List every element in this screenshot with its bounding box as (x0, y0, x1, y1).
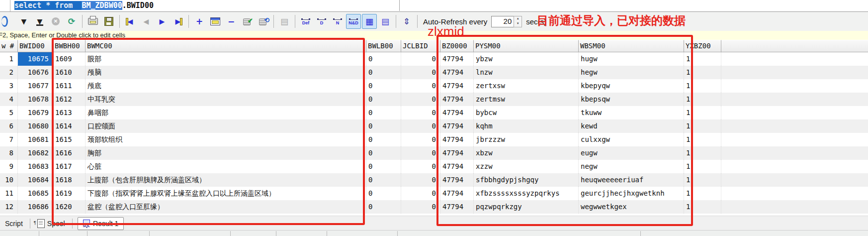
cell[interactable]: 47794 (440, 106, 474, 119)
cell[interactable]: 10 (0, 173, 18, 187)
insert-record-icon[interactable]: + (192, 14, 207, 29)
cell[interactable]: geurcjjhecjhxgwetknh (579, 187, 684, 200)
cell[interactable]: 1610 (53, 66, 86, 79)
column-header-bwmc00[interactable]: BWMC00 (86, 40, 366, 52)
cell[interactable]: kbepyqw (579, 79, 684, 93)
cell[interactable]: 47794 (440, 200, 474, 214)
row-height-button[interactable]: ⇕ (399, 14, 414, 29)
cell[interactable]: 47794 (440, 187, 474, 200)
cell[interactable]: 1620 (53, 200, 86, 214)
revert-changes-icon[interactable] (256, 14, 270, 29)
cell[interactable]: 5 (0, 106, 18, 119)
cell[interactable]: 10675 (18, 52, 53, 66)
cell[interactable]: 11 (0, 187, 18, 200)
cell[interactable]: 1 (684, 66, 721, 79)
print-icon[interactable] (86, 14, 100, 29)
cell[interactable]: 3 (0, 79, 18, 93)
cell[interactable]: 47794 (440, 160, 474, 173)
cell[interactable]: 1 (684, 187, 721, 200)
cell[interactable]: zertmsw (474, 93, 579, 106)
cell[interactable]: 47794 (440, 173, 474, 187)
cell[interactable]: pqzwpqrkzgy (474, 200, 579, 214)
cell[interactable]: 1612 (53, 93, 86, 106)
grid-view-button[interactable]: ▦ (362, 14, 377, 29)
last-record-icon[interactable]: ▶ (171, 14, 185, 29)
cell[interactable]: xfbzssssxsssyzpqrkys (474, 187, 579, 200)
cell[interactable]: ybzw (474, 52, 579, 66)
cell[interactable]: 8 (0, 146, 18, 160)
cell[interactable]: 0 (401, 173, 440, 187)
cell[interactable]: 中耳乳突 (86, 93, 366, 106)
cell[interactable]: 47794 (440, 52, 474, 66)
cell[interactable]: 0 (401, 187, 440, 200)
delete-record-icon[interactable]: − (224, 14, 239, 29)
cell[interactable]: 1 (684, 52, 721, 66)
post-changes-icon[interactable] (240, 14, 255, 29)
cell[interactable]: culxxgw (579, 133, 684, 146)
cell[interactable]: 0 (366, 133, 401, 146)
cell[interactable]: 颅脑 (86, 66, 366, 79)
cell[interactable]: 10681 (18, 133, 53, 146)
save-icon[interactable] (101, 14, 116, 29)
tab-spool[interactable]: Spool (32, 218, 70, 230)
cell[interactable]: 0 (401, 79, 440, 93)
cell[interactable]: 7 (0, 133, 18, 146)
cell[interactable]: jbrzzzw (474, 133, 579, 146)
cell[interactable]: 47794 (440, 93, 474, 106)
cell[interactable]: 1 (684, 133, 721, 146)
sort-descending-icon[interactable]: ▼ (16, 14, 31, 29)
cell[interactable]: 0 (366, 93, 401, 106)
tab-script[interactable]: Script (0, 218, 28, 230)
cell[interactable]: zertxsw (474, 79, 579, 93)
cell[interactable]: tkuww (579, 106, 684, 119)
cell[interactable]: negw (579, 160, 684, 173)
first-record-icon[interactable]: ◀ (123, 14, 138, 29)
cell[interactable]: 0 (366, 106, 401, 119)
cell[interactable]: 10685 (18, 187, 53, 200)
cell[interactable]: 1 (684, 200, 721, 214)
number-order-button[interactable]: N (330, 14, 345, 29)
cell[interactable]: 0 (401, 146, 440, 160)
cell[interactable]: 0 (366, 187, 401, 200)
partial-clipped-icon[interactable] (0, 14, 15, 29)
column-header-pysm00[interactable]: PYSM00 (474, 40, 579, 52)
cell[interactable]: sfbbhgdypjshgqy (474, 173, 579, 187)
cell[interactable]: 1617 (53, 160, 86, 173)
cell[interactable]: 0 (366, 160, 401, 173)
column-header-bz0000[interactable]: BZ0000 (440, 40, 474, 52)
cell[interactable]: 1 (684, 146, 721, 160)
cell[interactable]: xzzw (474, 160, 579, 173)
cell[interactable]: bybcw (474, 106, 579, 119)
cell[interactable]: 盆腔（盆腔入口至肛缘） (86, 200, 366, 214)
default-order-button[interactable]: Def (298, 14, 313, 29)
cell[interactable]: 颈部软组织 (86, 133, 366, 146)
cell[interactable]: 1615 (53, 133, 86, 146)
cell[interactable]: 0 (366, 200, 401, 214)
cell[interactable]: 1609 (53, 52, 86, 66)
cell[interactable]: 0 (401, 119, 440, 133)
cell[interactable]: 10682 (18, 146, 53, 160)
spinner-down-icon[interactable]: ▼ (514, 21, 521, 27)
cell[interactable]: 10676 (18, 66, 53, 79)
column-header-yxbz00[interactable]: YXBZ00 (684, 40, 721, 52)
cell[interactable]: 1 (684, 79, 721, 93)
cell[interactable]: lnzw (474, 66, 579, 79)
cell[interactable]: 10686 (18, 200, 53, 214)
tab-result-1[interactable]: SQLResult 1 (78, 217, 124, 230)
cell[interactable]: 0 (366, 79, 401, 93)
cell[interactable]: xbzw (474, 146, 579, 160)
cell[interactable]: hugw (579, 52, 684, 66)
cell[interactable]: 下腹部（指双肾肾上腺双肾上缘至盆腔入口以上所涵盖区域） (86, 187, 366, 200)
fetch-last-page-icon[interactable]: ▼ (32, 14, 47, 29)
cell[interactable]: 1611 (53, 79, 86, 93)
cell[interactable]: 1 (684, 93, 721, 106)
cell[interactable]: 0 (401, 200, 440, 214)
next-record-icon[interactable]: ▶ (155, 14, 170, 29)
cell[interactable]: 1 (684, 160, 721, 173)
cell[interactable]: kewd (579, 119, 684, 133)
refresh-icon[interactable]: ⟳ (64, 14, 79, 29)
cell[interactable]: 9 (0, 160, 18, 173)
single-record-view-button[interactable]: ▤ (378, 14, 393, 29)
cell[interactable]: 1618 (53, 173, 86, 187)
cell[interactable]: 0 (366, 146, 401, 160)
